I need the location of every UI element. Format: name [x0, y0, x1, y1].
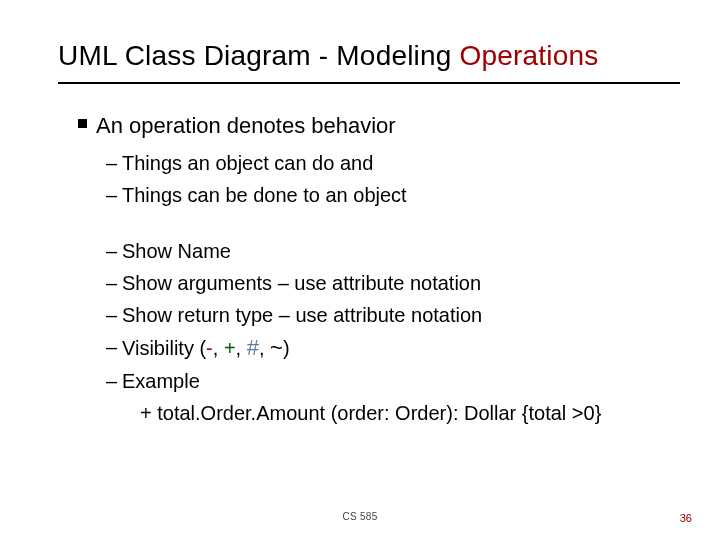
bullet-sub-text: Things an object can do and	[122, 152, 373, 174]
slide-title: UML Class Diagram - Modeling Operations	[58, 40, 680, 72]
bullet-sub: Things can be done to an object	[106, 182, 670, 208]
vis-plus: +	[224, 337, 236, 359]
bullet-visibility: Visibility (-, +, #, ~)	[106, 334, 670, 363]
bullet-sub-text: Show Name	[122, 240, 231, 262]
vis-sep: ,	[213, 337, 224, 359]
vis-minus: -	[206, 337, 213, 359]
bullet-sub: Show Name	[106, 238, 670, 264]
title-underline	[58, 82, 680, 84]
bullet-sub: Show return type – use attribute notatio…	[106, 302, 670, 328]
slide: UML Class Diagram - Modeling Operations …	[0, 0, 720, 540]
example-text: + total.Order.Amount (order: Order): Dol…	[140, 402, 601, 424]
bullet-main-text: An operation denotes behavior	[96, 113, 396, 138]
title-text-accent: Operations	[460, 40, 599, 71]
bullet-main: An operation denotes behavior	[78, 112, 670, 140]
bullet-sub-text: Example	[122, 370, 200, 392]
bullet-sub-text: Show return type – use attribute notatio…	[122, 304, 482, 326]
title-text-plain: UML Class Diagram - Modeling	[58, 40, 460, 71]
vis-suffix: )	[283, 337, 290, 359]
vis-sep: ,	[236, 337, 247, 359]
example-line: + total.Order.Amount (order: Order): Dol…	[140, 400, 670, 426]
bullet-sub: Show arguments – use attribute notation	[106, 270, 670, 296]
vis-tilde: ~	[270, 335, 283, 360]
bullet-sub-text: Show arguments – use attribute notation	[122, 272, 481, 294]
footer-course: CS 585	[0, 511, 720, 522]
content-area: An operation denotes behavior Things an …	[78, 104, 670, 432]
bullet-sub-text: Things can be done to an object	[122, 184, 407, 206]
bullet-sub: Things an object can do and	[106, 150, 670, 176]
vis-hash: #	[247, 335, 259, 360]
spacer	[78, 214, 670, 232]
footer-page-number: 36	[680, 512, 692, 524]
vis-prefix: Visibility (	[122, 337, 206, 359]
vis-sep: ,	[259, 337, 270, 359]
bullet-sub: Example	[106, 368, 670, 394]
